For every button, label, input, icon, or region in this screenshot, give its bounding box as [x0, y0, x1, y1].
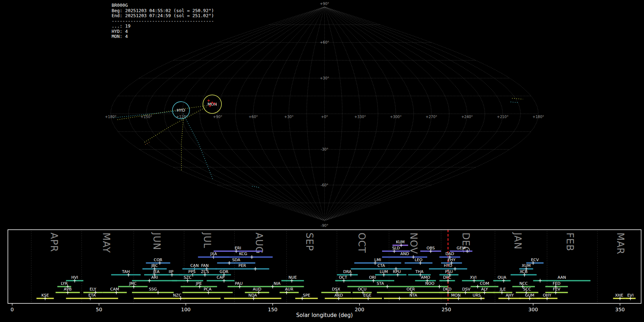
shower-code-label: NDA — [248, 293, 257, 298]
shower-bar-pca: PCA — [182, 287, 233, 294]
lat-label: +30° — [320, 76, 329, 80]
activity-chart: APRMAYJUNJULAUGSEPOCTNOVDECJANFEBMARKSEE… — [8, 230, 641, 318]
lon-label: +0° — [321, 115, 328, 119]
pole-label-south: -90° — [321, 224, 328, 228]
shower-code-label: ORI — [369, 275, 376, 280]
shower-bar-nzc: NZC — [134, 293, 221, 301]
shower-code-label: AND — [400, 252, 409, 256]
lon-label: +60° — [249, 115, 258, 119]
shower-bar-lum: LUM — [375, 269, 392, 277]
meteor-track — [145, 107, 206, 142]
month-label: SEP — [304, 233, 315, 251]
shower-code-label: EHY — [448, 258, 455, 262]
shower-code-label: ALY — [481, 287, 488, 292]
shower-code-label: CAN — [190, 263, 199, 268]
info-line: End: 20251203 07:24:59 (sol = 251.02°) — [112, 13, 214, 19]
x-tick-label: 200 — [355, 307, 364, 312]
shower-bar-sta: STA — [347, 281, 413, 289]
shower-bar-dpc: DPC — [439, 275, 455, 283]
shower-code-label: JEA — [153, 269, 160, 274]
shower-code-label: DSV — [462, 287, 470, 292]
shower-code-label: CAP — [217, 275, 225, 280]
shower-bar-ege: EGE — [352, 293, 382, 301]
shower-code-label: OCU — [358, 287, 366, 292]
shower-code-label: JLE — [499, 287, 506, 292]
shower-bar-ori: ORI — [351, 275, 394, 283]
shower-bar-kse: KSE — [36, 293, 54, 301]
shower-bar-cam: CAM — [102, 287, 127, 294]
shower-bar-cap: CAP — [207, 275, 235, 283]
shower-code-label: CTA — [377, 263, 385, 268]
shower-bar-jmc: JMC — [118, 281, 148, 289]
lon-label: +240° — [461, 115, 473, 119]
shower-code-label: PAU — [235, 281, 243, 286]
shower-code-label: FED — [553, 281, 561, 286]
shower-code-label: FEV — [553, 287, 560, 292]
shower-bar-ohy: OHY — [537, 293, 557, 301]
shower-code-label: THA — [415, 269, 424, 274]
shower-code-label: LMI — [374, 258, 381, 262]
shower-code-label: EGE — [363, 293, 371, 298]
shower-code-label: AHY — [506, 293, 514, 298]
shower-code-label: HYD — [444, 263, 452, 268]
shower-code-label: SPE — [303, 293, 310, 298]
shower-code-label: COM — [480, 281, 489, 286]
shower-code-label: XVI — [470, 275, 477, 280]
shower-code-label: ERI — [235, 246, 241, 250]
shower-code-label: TAH — [122, 269, 130, 274]
shower-bar-aan: AAN — [533, 275, 590, 283]
shower-code-label: ETA — [88, 293, 96, 298]
meteor-track — [252, 186, 259, 187]
shower-code-label: JMC — [129, 281, 137, 286]
lon-label: +300° — [390, 115, 401, 119]
shower-bar-hvi: HVI — [66, 275, 83, 283]
grid-meridian — [325, 7, 396, 221]
shower-code-label: DRA — [343, 269, 352, 274]
shower-bar-xhe: XHE — [613, 293, 625, 301]
shower-code-label: ARD — [335, 293, 343, 298]
shower-code-label: ECV — [531, 258, 539, 262]
shower-bar-sda: SDA — [217, 258, 255, 265]
shower-bar-jxa: JXA — [198, 252, 229, 259]
radiant-label-hyd: HYD — [177, 108, 185, 113]
lon-label: +180° — [532, 115, 544, 119]
shower-bar-dad: DAD — [439, 252, 460, 259]
shower-code-label: NOO — [425, 281, 435, 286]
info-line: HYD: 4 — [112, 29, 214, 34]
shower-code-label: GEM — [457, 246, 465, 250]
shower-code-label: XUM — [522, 263, 531, 268]
info-line: MON: 4 — [112, 34, 214, 39]
shower-code-label: QUA — [498, 275, 507, 280]
x-tick-label: 300 — [528, 307, 538, 312]
shower-code-label: COR — [154, 258, 162, 262]
shower-bar-nda: NDA — [224, 293, 281, 301]
shower-code-label: SSG — [149, 287, 157, 292]
shower-code-label: LUM — [380, 269, 388, 274]
shower-bar-ssg: SSG — [132, 287, 174, 294]
shower-bar-leo: LEO — [405, 258, 433, 265]
shower-code-label: FAN — [201, 263, 209, 268]
shower-code-label: HVI — [71, 275, 78, 280]
shower-code-label: EVI — [627, 293, 634, 298]
lat-label: +60° — [320, 40, 329, 44]
shower-bar-pau: PAU — [228, 281, 250, 289]
lon-label: +90° — [213, 115, 222, 119]
lon-label: +180° — [105, 115, 116, 119]
month-label: APR — [49, 233, 59, 252]
shower-code-label: STA — [377, 281, 384, 286]
lon-label: +270° — [426, 115, 437, 119]
month-label: FEB — [565, 233, 575, 251]
shower-bar-aur: AUR — [280, 287, 299, 294]
info-line: BR000G — [112, 3, 214, 8]
lat-label: -60° — [321, 183, 328, 187]
shower-code-label: RPU — [393, 269, 401, 274]
shower-bar-evi: EVI — [625, 293, 635, 301]
lon-label: +210° — [497, 115, 508, 119]
shower-code-label: PSU — [445, 269, 453, 274]
grid-meridian — [200, 7, 325, 221]
shower-bar-eta: ETA — [66, 293, 118, 301]
shower-code-label: KCG — [239, 252, 247, 256]
shower-code-label: NTA — [409, 293, 417, 298]
shower-code-label: SCC — [523, 287, 531, 292]
info-line: ...: 19 — [112, 24, 214, 29]
